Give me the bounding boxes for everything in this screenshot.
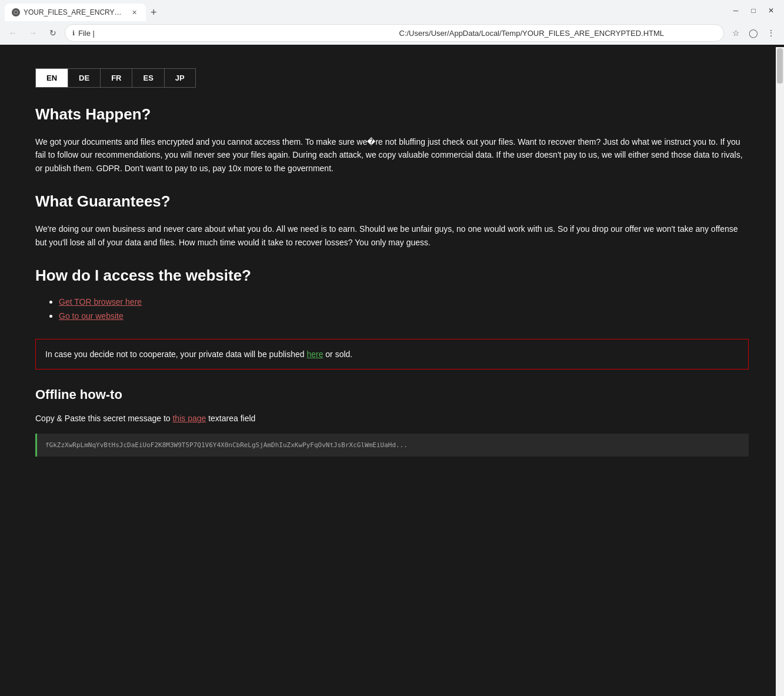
tab-title: YOUR_FILES_ARE_ENCRYPTED.HT xyxy=(24,8,126,16)
whats-happen-section: Whats Happen? We got your documents and … xyxy=(35,105,749,175)
close-button[interactable]: ✕ xyxy=(763,2,779,19)
secret-message-text: fGkZzXwRpLmNqYvBtHsJcDaEiUoF2K8M3W9T5P7Q… xyxy=(45,441,408,449)
svg-point-1 xyxy=(15,11,17,14)
this-page-link[interactable]: this page xyxy=(172,414,206,423)
reload-button[interactable]: ↻ xyxy=(45,25,61,41)
browser-chrome: YOUR_FILES_ARE_ENCRYPTED.HT ✕ + ─ □ ✕ ← … xyxy=(0,0,784,45)
scrollbar-thumb[interactable] xyxy=(777,48,783,84)
whats-happen-heading: Whats Happen? xyxy=(35,105,749,124)
offline-heading: Offline how-to xyxy=(35,387,749,402)
offline-desc: Copy & Paste this secret message to this… xyxy=(35,412,749,425)
lang-button-en[interactable]: EN xyxy=(35,68,68,88)
toolbar-actions: ☆ ◯ ⋮ xyxy=(728,25,779,41)
lang-button-jp[interactable]: JP xyxy=(164,68,196,88)
lang-button-es[interactable]: ES xyxy=(132,68,164,88)
window-controls: ─ □ ✕ xyxy=(728,2,779,19)
tab-strip: YOUR_FILES_ARE_ENCRYPTED.HT ✕ + xyxy=(5,0,162,21)
tab-close-button[interactable]: ✕ xyxy=(129,8,139,17)
access-link-list: Get TOR browser here Go to our website xyxy=(35,297,749,321)
address-info-icon: ℹ xyxy=(72,29,75,37)
maximize-button[interactable]: □ xyxy=(745,2,762,19)
lang-button-de[interactable]: DE xyxy=(68,68,100,88)
whats-happen-body: We got your documents and files encrypte… xyxy=(35,135,749,175)
website-link[interactable]: Go to our website xyxy=(59,311,124,321)
forward-button[interactable]: → xyxy=(25,25,41,41)
page-content: EN DE FR ES JP Whats Happen? We got your… xyxy=(0,45,784,694)
how-access-section: How do I access the website? Get TOR bro… xyxy=(35,267,749,321)
lang-button-fr[interactable]: FR xyxy=(100,68,132,88)
list-item: Get TOR browser here xyxy=(59,297,749,307)
new-tab-button[interactable]: + xyxy=(146,4,162,21)
warning-here-link[interactable]: here xyxy=(306,349,323,359)
scrollbar-track[interactable] xyxy=(776,47,784,694)
warning-text-before: In case you decide not to cooperate, you… xyxy=(45,349,306,359)
profile-button[interactable]: ◯ xyxy=(745,25,762,41)
list-item: Go to our website xyxy=(59,311,749,321)
browser-toolbar: ← → ↻ ℹ File | C:/Users/User/AppData/Loc… xyxy=(0,21,784,45)
active-tab[interactable]: YOUR_FILES_ARE_ENCRYPTED.HT ✕ xyxy=(5,4,146,21)
language-selector: EN DE FR ES JP xyxy=(35,68,749,88)
offline-section: Offline how-to Copy & Paste this secret … xyxy=(35,387,749,457)
tab-favicon xyxy=(12,8,20,16)
what-guarantees-body: We're doing our own business and never c… xyxy=(35,222,749,249)
warning-box: In case you decide not to cooperate, you… xyxy=(35,339,749,369)
how-access-heading: How do I access the website? xyxy=(35,267,749,285)
tor-browser-link[interactable]: Get TOR browser here xyxy=(59,297,142,307)
bookmark-button[interactable]: ☆ xyxy=(728,25,744,41)
minimize-button[interactable]: ─ xyxy=(728,2,744,19)
warning-text-after: or sold. xyxy=(323,349,352,359)
back-button[interactable]: ← xyxy=(5,25,21,41)
what-guarantees-heading: What Guarantees? xyxy=(35,192,749,211)
what-guarantees-section: What Guarantees? We're doing our own bus… xyxy=(35,192,749,249)
address-url: C:/Users/User/AppData/Local/Temp/YOUR_FI… xyxy=(399,29,717,38)
offline-desc-after: textarea field xyxy=(206,414,255,423)
secret-message-box: fGkZzXwRpLmNqYvBtHsJcDaEiUoF2K8M3W9T5P7Q… xyxy=(35,434,749,457)
browser-titlebar: YOUR_FILES_ARE_ENCRYPTED.HT ✕ + ─ □ ✕ xyxy=(0,0,784,21)
menu-button[interactable]: ⋮ xyxy=(763,25,779,41)
address-file-label: File | xyxy=(78,29,396,38)
address-bar[interactable]: ℹ File | C:/Users/User/AppData/Local/Tem… xyxy=(65,24,724,42)
offline-desc-before: Copy & Paste this secret message to xyxy=(35,414,172,423)
